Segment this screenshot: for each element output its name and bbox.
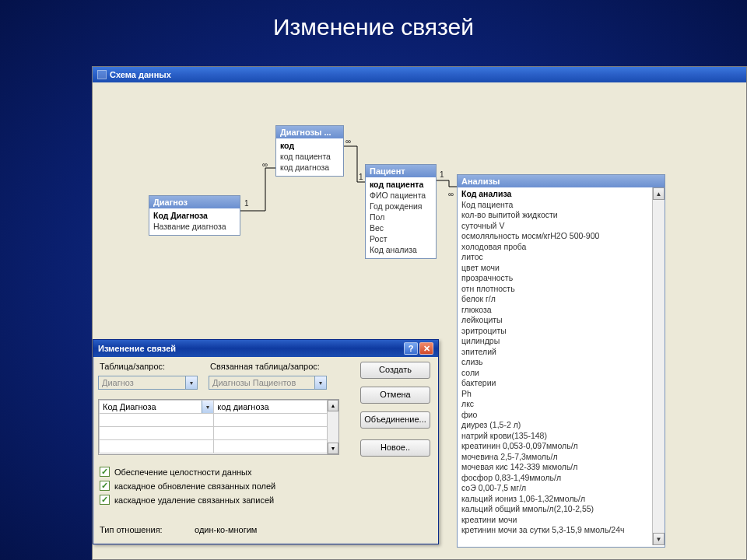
field[interactable]: бактерии (461, 378, 648, 389)
field[interactable]: ФИО пациента (370, 190, 432, 201)
dialog-titlebar[interactable]: Изменение связей ? ✕ (93, 340, 438, 357)
scroll-down-icon[interactable]: ▼ (653, 533, 665, 545)
field[interactable]: мочевая кис 142-339 мкмоль/л (461, 462, 648, 473)
scroll-up-icon[interactable]: ▲ (328, 400, 338, 411)
field[interactable]: прозрачность (461, 273, 648, 284)
field[interactable]: натрий крови(135-148) (461, 431, 648, 442)
field[interactable]: цилиндры (461, 336, 648, 347)
field[interactable]: кретинин мочи за сутки 5,3-15,9 ммоль/24… (461, 525, 648, 536)
check-cascade-update[interactable]: ✓ каскадное обновление связанных полей (100, 481, 275, 491)
field[interactable]: Код анализа (370, 244, 432, 255)
grid-cell[interactable] (214, 427, 338, 440)
grid-cell[interactable] (214, 440, 338, 453)
combo-left-value: Диагноз (102, 378, 134, 387)
field[interactable]: Пол (370, 212, 432, 222)
table-diagnoz[interactable]: Диагноз Код Диагноза Название диагноза (149, 195, 240, 236)
field[interactable]: соЭ 0,00-7,5 мг/л (461, 483, 648, 494)
field[interactable]: эритроциты (461, 326, 648, 337)
label-table-query: Таблица/запрос: (100, 362, 165, 371)
new-button[interactable]: Новое.. (360, 439, 430, 457)
field[interactable]: холодовая проба (461, 242, 648, 253)
grid-cell-left-0[interactable]: Код Диагноза ▾ (100, 401, 214, 414)
combo-right-table[interactable]: Диагнозы Пациентов ▾ (209, 376, 327, 390)
grid-scrollbar[interactable]: ▲ ▼ (327, 400, 338, 454)
checkbox-icon[interactable]: ✓ (100, 481, 110, 491)
grid-cell[interactable] (100, 427, 214, 440)
field[interactable]: код пациента (370, 179, 432, 190)
chevron-down-icon[interactable]: ▾ (202, 401, 213, 413)
field[interactable]: фосфор 0,83-1,49ммоль/л (461, 473, 648, 484)
scroll-up-icon[interactable]: ▲ (653, 187, 665, 200)
schema-canvas[interactable]: Диагноз Код Диагноза Название диагноза 1… (93, 82, 746, 559)
field[interactable]: осмоляльность мосм/кгН2О 500-900 (461, 231, 648, 242)
field[interactable]: фио (461, 410, 648, 421)
field[interactable]: кальций иониз 1,06-1,32ммоль/л (461, 494, 648, 505)
field[interactable]: слизь (461, 357, 648, 368)
field[interactable]: Код Диагноза (153, 210, 236, 221)
check-integrity[interactable]: ✓ Обеспечение целостности данных (100, 467, 275, 477)
table-analizy-header[interactable]: Анализы (458, 175, 665, 187)
field[interactable]: Название диагноза (153, 221, 236, 232)
field[interactable]: суточный V (461, 221, 648, 232)
field[interactable]: цвет мочи (461, 263, 648, 274)
table-analizy[interactable]: Анализы Код анализаКод пациентакол-во вы… (457, 174, 665, 548)
field[interactable]: лейкоциты (461, 315, 648, 326)
cardinality-many: ∞ (345, 137, 351, 145)
field[interactable]: Код пациента (461, 200, 648, 211)
field[interactable]: кальций общий ммоль/л(2,10-2,55) (461, 504, 648, 515)
field-mapping-grid[interactable]: Код Диагноза ▾ код диагноза ▲ ▼ (98, 399, 339, 455)
field[interactable]: кол-во выпитой жидкости (461, 210, 648, 221)
close-button[interactable]: ✕ (419, 342, 433, 355)
field[interactable]: Рост (370, 233, 432, 244)
help-button[interactable]: ? (404, 342, 418, 355)
checkbox-icon[interactable]: ✓ (100, 467, 110, 477)
field[interactable]: Год рождения (370, 201, 432, 212)
table-diagnoz-header[interactable]: Диагноз (149, 196, 240, 208)
label-relation-type: Тип отношения: (100, 525, 163, 534)
field[interactable]: код диагноза (280, 162, 339, 173)
field[interactable]: диурез (1,5-2 л) (461, 420, 648, 431)
grid-right-value: код диагноза (217, 402, 268, 411)
cardinality-many: ∞ (262, 160, 268, 169)
check-cascade-delete[interactable]: ✓ каскадное удаление связанных записей (100, 495, 275, 505)
table-diagnozy[interactable]: Диагнозы ... код код пациента код диагно… (275, 125, 344, 177)
field[interactable]: белок г/л (461, 294, 648, 305)
field[interactable]: Ph (461, 389, 648, 400)
combo-right-value: Диагнозы Пациентов (212, 378, 296, 387)
create-button[interactable]: Создать (360, 362, 430, 379)
table-diagnozy-header[interactable]: Диагнозы ... (276, 126, 343, 138)
table-patient-header[interactable]: Пациент (366, 165, 436, 177)
chevron-down-icon[interactable]: ▾ (314, 376, 326, 389)
checkbox-icon[interactable]: ✓ (100, 495, 110, 505)
field[interactable]: креатинин 0,053-0,097ммоль/л (461, 441, 648, 452)
analizy-scrollbar[interactable]: ▲ ▼ (652, 187, 665, 545)
join-button[interactable]: Объединение... (360, 411, 430, 429)
grid-cell[interactable] (100, 414, 214, 427)
schema-titlebar[interactable]: Схема данных (93, 67, 746, 82)
field[interactable]: креатини мочи (461, 515, 648, 526)
grid-cell-right-0[interactable]: код диагноза (214, 401, 338, 414)
schema-data-window: Схема данных Диагноз Код Диагноза Назван… (92, 66, 747, 560)
grid-cell[interactable] (100, 440, 214, 453)
field[interactable]: код пациента (280, 151, 339, 162)
field[interactable]: отн плотность (461, 284, 648, 295)
field[interactable]: мочевина 2,5-7,3ммоль/л (461, 452, 648, 463)
field[interactable]: код (280, 140, 339, 151)
check-cascade-delete-label: каскадное удаление связанных записей (114, 495, 274, 505)
field[interactable]: соли (461, 368, 648, 379)
cardinality-many: ∞ (448, 190, 454, 198)
field[interactable]: литос (461, 252, 648, 263)
scroll-down-icon[interactable]: ▼ (328, 443, 338, 454)
grid-cell[interactable] (214, 414, 338, 427)
cancel-button[interactable]: Отмена (360, 387, 430, 404)
chevron-down-icon[interactable]: ▾ (185, 376, 197, 389)
field[interactable]: Вес (370, 222, 432, 233)
table-patient[interactable]: Пациент код пациента ФИО пациента Год ро… (365, 164, 437, 259)
field[interactable]: лкс (461, 399, 648, 410)
combo-left-table[interactable]: Диагноз ▾ (98, 376, 198, 390)
relation-type-value: один-ко-многим (195, 525, 257, 534)
cardinality-one: 1 (440, 170, 444, 179)
field[interactable]: глюкоза (461, 305, 648, 316)
field[interactable]: Код анализа (461, 189, 648, 200)
field[interactable]: эпителий (461, 347, 648, 358)
